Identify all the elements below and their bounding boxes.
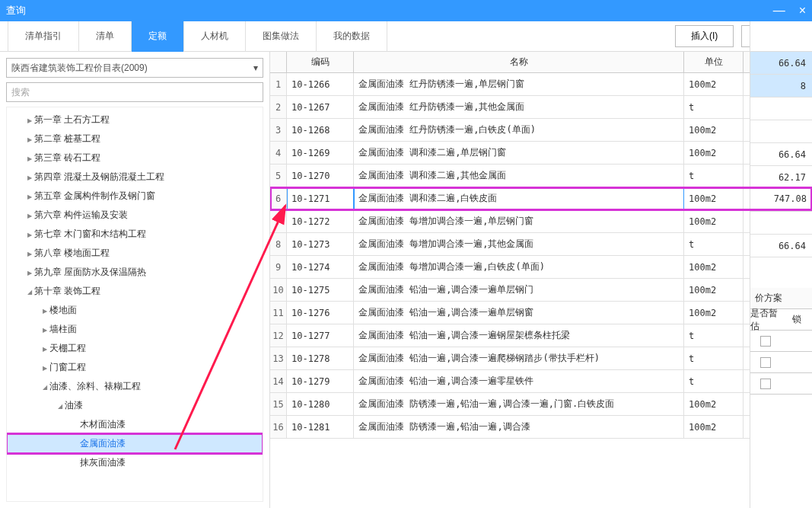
cell-num: 15 [270, 393, 287, 415]
insert-button[interactable]: 插入(I) [675, 25, 734, 47]
catalog-value: 陕西省建筑装饰工程价目表(2009) [11, 62, 148, 75]
header-name[interactable]: 名称 [354, 52, 684, 72]
window-title: 查询 [6, 4, 26, 18]
table-row[interactable]: 1310-1278金属面油漆 铅油一遍,调合漆一遍爬梯钢踏步(带扶手栏杆)t29… [270, 347, 812, 370]
cell-num: 12 [270, 324, 287, 347]
caret-icon[interactable] [25, 116, 34, 124]
tree-item[interactable]: 门窗工程 [7, 358, 263, 377]
side-col-lock: 锁 [782, 309, 813, 330]
tree-item[interactable]: 第九章 屋面防水及保温隔热 [7, 263, 263, 282]
table-row[interactable]: 510-1270金属面油漆 调和漆二遍,其他金属面t158.49 [270, 165, 812, 187]
table-row[interactable]: 1010-1275金属面油漆 铅油一遍,调合漆一遍单层钢门100m2658.16 [270, 279, 812, 302]
table-row[interactable]: 910-1274金属面油漆 每增加调合漆一遍,白铁皮(单面)100m2372.9… [270, 256, 812, 279]
caret-icon[interactable] [40, 382, 49, 391]
tree-item[interactable]: 楼地面 [7, 301, 263, 320]
caret-icon[interactable] [40, 344, 49, 353]
cell-name: 金属面油漆 每增加调合漆一遍,单层钢门窗 [354, 210, 684, 232]
caret-icon[interactable] [25, 173, 34, 181]
checkbox[interactable] [760, 336, 771, 347]
table-row[interactable]: 1210-1277金属面油漆 铅油一遍,调合漆一遍钢屋架檩条柱托梁t156.01 [270, 324, 812, 347]
caret-icon[interactable] [25, 249, 34, 257]
tree-item[interactable]: 第七章 木门窗和木结构工程 [7, 225, 263, 244]
tab-qingdan-guide[interactable]: 清单指引 [8, 21, 79, 52]
tree-item[interactable]: 第六章 构件运输及安装 [7, 206, 263, 225]
table-row[interactable]: 410-1269金属面油漆 调和漆二遍,单层钢门窗100m2751.27 [270, 142, 812, 165]
tab-mydata[interactable]: 我的数据 [317, 21, 387, 52]
titlebar: 查询 — × [0, 0, 812, 21]
caret-icon[interactable] [40, 306, 49, 315]
table-row[interactable]: 1410-1279金属面油漆 铅油一遍,调合漆一遍零星铁件t360.43 [270, 370, 812, 393]
minimize-icon[interactable]: — [773, 4, 785, 18]
tree-item[interactable]: 金属面油漆 [7, 434, 263, 453]
tree-item[interactable]: 第八章 楼地面工程 [7, 244, 263, 263]
side-cell[interactable]: 66.64 [750, 235, 812, 257]
cell-num: 5 [270, 165, 287, 187]
side-cell[interactable]: 8 [750, 75, 812, 97]
cell-name: 金属面油漆 每增加调合漆一遍,其他金属面 [354, 233, 684, 255]
tree-item[interactable]: 天棚工程 [7, 339, 263, 358]
table-row[interactable]: 610-1271金属面油漆 调和漆二遍,白铁皮面100m2747.08 [270, 187, 812, 210]
tree-item[interactable]: 第四章 混凝土及钢筋混凝土工程 [7, 168, 263, 187]
tab-qingdan[interactable]: 清单 [79, 21, 132, 52]
caret-icon[interactable] [25, 192, 34, 200]
table-row[interactable]: 210-1267金属面油漆 红丹防锈漆一遍,其他金属面t91.54 [270, 96, 812, 119]
tab-rencaiji[interactable]: 人材机 [184, 21, 246, 52]
tree-item[interactable]: 第二章 桩基工程 [7, 129, 263, 149]
side-cell[interactable] [750, 212, 812, 235]
catalog-select[interactable]: 陕西省建筑装饰工程价目表(2009) ▾ [6, 58, 263, 78]
grid-body[interactable]: 110-1266金属面油漆 红丹防锈漆一遍,单层钢门窗100m2346.4421… [270, 73, 812, 508]
caret-icon[interactable] [25, 135, 34, 143]
cell-code: 10-1267 [287, 96, 354, 118]
cell-unit: t [684, 165, 744, 187]
caret-icon[interactable] [25, 268, 34, 276]
table-row[interactable]: 1610-1281金属面油漆 防锈漆一遍,铅油一遍,调合漆100m2904.44 [270, 416, 812, 439]
tree-item[interactable]: 抹灰面油漆 [7, 453, 263, 472]
cell-code: 10-1281 [287, 416, 354, 438]
tree-item-label: 楼地面 [49, 304, 77, 317]
tree-item-label: 油漆、涂料、裱糊工程 [49, 380, 141, 393]
caret-icon[interactable] [25, 211, 34, 219]
tree-item[interactable]: 墙柱面 [7, 320, 263, 339]
cell-unit: t [684, 324, 744, 347]
tree-item-label: 门窗工程 [49, 361, 86, 374]
caret-icon[interactable] [25, 230, 34, 238]
close-icon[interactable]: × [799, 4, 806, 18]
table-row[interactable]: 810-1273金属面油漆 每增加调合漆一遍,其他金属面t77.25 [270, 233, 812, 256]
table-row[interactable]: 110-1266金属面油漆 红丹防锈漆一遍,单层钢门窗100m2346.44 [270, 73, 812, 96]
tree-item[interactable]: 第三章 砖石工程 [7, 149, 263, 168]
side-cell[interactable]: 62.17 [750, 166, 812, 189]
caret-icon[interactable] [25, 154, 34, 162]
tree-item[interactable]: 第十章 装饰工程 [7, 282, 263, 301]
side-cell[interactable] [750, 120, 812, 143]
header-code[interactable]: 编码 [287, 52, 354, 72]
caret-icon[interactable] [40, 363, 49, 372]
cell-num: 11 [270, 302, 287, 324]
checkbox[interactable] [760, 357, 771, 368]
table-row[interactable]: 1110-1276金属面油漆 铅油一遍,调合漆一遍单层钢窗100m2642.63 [270, 302, 812, 324]
tab-tuji[interactable]: 图集做法 [246, 21, 317, 52]
tree-item[interactable]: 油漆 [7, 396, 263, 415]
side-cell[interactable]: 66.64 [750, 143, 812, 166]
side-cell[interactable]: 66.64 [750, 52, 812, 75]
table-row[interactable]: 1510-1280金属面油漆 防锈漆一遍,铅油一遍,调合漆一遍,门窗.白铁皮面1… [270, 393, 812, 416]
tree-item[interactable]: 第五章 金属构件制作及钢门窗 [7, 187, 263, 206]
tree-item[interactable]: 木材面油漆 [7, 415, 263, 434]
search-input[interactable]: 搜索 [6, 82, 263, 102]
tree-item-label: 木材面油漆 [80, 418, 126, 431]
checkbox[interactable] [760, 379, 771, 389]
header-unit[interactable]: 单位 [684, 52, 744, 72]
tree-item[interactable]: 油漆、涂料、裱糊工程 [7, 377, 263, 396]
tab-dinge[interactable]: 定额 [132, 21, 184, 52]
cell-code: 10-1266 [287, 73, 354, 95]
cell-num: 10 [270, 279, 287, 301]
side-cell[interactable] [750, 97, 812, 120]
caret-icon[interactable] [25, 287, 34, 296]
tree[interactable]: 第一章 土石方工程第二章 桩基工程第三章 砖石工程第四章 混凝土及钢筋混凝土工程… [6, 107, 263, 502]
table-row[interactable]: 310-1268金属面油漆 红丹防锈漆一遍,白铁皮(单面)100m2242.87 [270, 119, 812, 142]
tree-item-label: 抹灰面油漆 [80, 456, 126, 469]
caret-icon[interactable] [40, 325, 49, 334]
tree-item-label: 第九章 屋面防水及保温隔热 [34, 266, 146, 279]
table-row[interactable]: 710-1272金属面油漆 每增加调合漆一遍,单层钢门窗100m2385.65 [270, 210, 812, 233]
tree-item[interactable]: 第一章 土石方工程 [7, 110, 263, 129]
caret-icon[interactable] [56, 401, 65, 410]
